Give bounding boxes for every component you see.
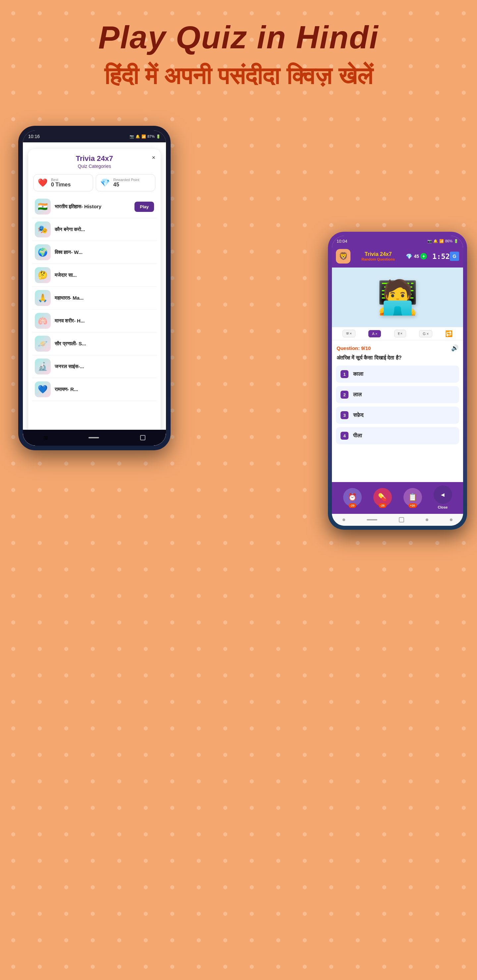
category-list: 🇮🇳 भारतीय इतिहास- History Play 🎭 कौन बने…	[28, 194, 161, 402]
nav-home-line[interactable]	[367, 519, 377, 520]
question-number: Question: 9/10	[337, 345, 371, 351]
app-header: 🦁 Trivia 24x7 Random Questions 💎 45 + 1:…	[332, 246, 463, 267]
rewarded-label: Rewarded Point	[113, 178, 139, 182]
skip-badge: -25	[379, 503, 386, 508]
play-button-history[interactable]: Play	[134, 202, 154, 212]
list-item: 🤔 मजेदार सा...	[32, 264, 157, 287]
question-header: Question: 9/10 🔊	[337, 344, 458, 352]
clock-badge: -20	[348, 503, 356, 508]
answer-num-3: 3	[341, 411, 348, 419]
list-item: 🇮🇳 भारतीय इतिहास- History Play	[32, 195, 157, 218]
tool-close[interactable]: ◀ Close	[434, 485, 452, 509]
timer-display: 1:52	[432, 252, 450, 261]
list-item: 🫁 मानव शरीर- H...	[32, 310, 157, 332]
category-icon-world: 🌍	[35, 244, 51, 260]
app-logo: 🦁	[336, 249, 351, 264]
category-icon-fun: 🤔	[35, 267, 51, 283]
answer-option-3[interactable]: 3 सफ़ेद	[336, 407, 459, 424]
phones-container: 10:16 📷 🔔 📶 87% 🔋 Trivia 24x7 Quiz Categ…	[0, 126, 477, 953]
front-phone-nav	[332, 514, 463, 526]
points-number: 45	[414, 254, 419, 259]
category-name-ramayan: रामायण- R...	[55, 387, 154, 392]
nav-menu-icon[interactable]: ⊞	[43, 435, 48, 441]
tool-skip[interactable]: 💊 -25	[373, 488, 392, 507]
answer-option-1[interactable]: 1 काला	[336, 366, 459, 383]
modal-title: Trivia 24x7	[34, 154, 155, 163]
category-icon-history: 🇮🇳	[35, 199, 51, 215]
back-phone-content: Trivia 24x7 Quiz Categories × ❤️ Best 0 …	[23, 142, 166, 445]
close-label: Close	[438, 505, 448, 509]
nav-back-dot[interactable]	[426, 519, 428, 521]
clock-circle: ⏰ -20	[343, 488, 362, 507]
front-status-icons: 📷 🔔 📶 86% 🔋	[427, 239, 458, 243]
gem-icon: 💎	[406, 253, 412, 259]
ads-circle: 📋 +20	[404, 488, 422, 507]
heart-icon: ❤️	[38, 178, 48, 188]
question-area: Question: 9/10 🔊 अंतरिक्ष में सूर्य कैसा…	[332, 340, 463, 366]
category-name-body: मानव शरीर- H...	[55, 318, 154, 324]
header-title-hi: हिंदी में अपनी पसंदीदा क्विज़ खेलें	[0, 62, 477, 90]
google-icon: G	[450, 251, 459, 261]
back-phone-time: 10:16	[28, 134, 40, 139]
nav-menu-dot[interactable]	[343, 519, 345, 521]
back-phone-statusbar: 10:16 📷 🔔 📶 87% 🔋	[23, 130, 166, 142]
answer-text-1: काला	[353, 371, 364, 377]
trans-btn-hindi[interactable]: क ×	[343, 330, 356, 337]
back-phone-battery: 87%	[147, 134, 155, 138]
trans-btn-english[interactable]: A ×	[369, 330, 381, 337]
category-name-kbc: कौन बनेगा करो...	[55, 226, 154, 232]
audio-icon[interactable]: 🔁	[445, 330, 453, 337]
category-icon-ramayan: 💙	[35, 382, 51, 397]
header-title-en: Play Quiz in Hindi	[0, 20, 477, 55]
back-phone-nav: ⊞	[23, 430, 166, 445]
skip-circle: 💊 -25	[373, 488, 392, 507]
nav-recents-square[interactable]	[399, 517, 404, 522]
answer-option-4[interactable]: 4 पीला	[336, 427, 459, 444]
modal-close-icon[interactable]: ×	[152, 154, 155, 161]
front-phone-inner: 10:04 📷 🔔 📶 86% 🔋 🦁 Trivia 24x7 Random Q…	[332, 236, 463, 526]
bottom-toolbar: ⏰ -20 💊 -25 📋 +20	[332, 482, 463, 514]
list-item: 🎭 कौन बनेगा करो...	[32, 218, 157, 241]
back-phone-inner: 10:16 📷 🔔 📶 87% 🔋 Trivia 24x7 Quiz Categ…	[23, 130, 166, 445]
question-text: अंतरिक्ष में सूर्य कैसा दिखाई देता है?	[337, 354, 458, 361]
category-icon-mahabharat: 🙏	[35, 290, 51, 306]
answer-option-2[interactable]: 2 लाल	[336, 386, 459, 403]
trans-btn-google[interactable]: G ×	[419, 330, 432, 337]
answer-text-3: सफ़ेद	[353, 412, 364, 418]
front-phone: 10:04 📷 🔔 📶 86% 🔋 🦁 Trivia 24x7 Random Q…	[328, 232, 467, 530]
stat-rewarded: 💎 Rewarded Point 45	[96, 174, 155, 191]
best-value: 0 Times	[51, 182, 70, 188]
trans-btn-hindi2[interactable]: ह ×	[394, 330, 406, 337]
stat-best: ❤️ Best 0 Times	[34, 174, 93, 191]
category-icon-body: 🫁	[35, 313, 51, 329]
back-phone: 10:16 📷 🔔 📶 87% 🔋 Trivia 24x7 Quiz Categ…	[18, 126, 171, 450]
tool-clock[interactable]: ⏰ -20	[343, 488, 362, 507]
app-mode: Random Questions	[351, 257, 406, 261]
nav-recents-square[interactable]	[140, 435, 145, 440]
nav-home-line[interactable]	[88, 437, 99, 438]
nav-extra-dot[interactable]	[450, 519, 453, 521]
answer-num-4: 4	[341, 432, 348, 440]
answer-text-4: पीला	[353, 433, 362, 439]
front-phone-statusbar: 10:04 📷 🔔 📶 86% 🔋	[332, 236, 463, 246]
translation-bar: क × A × ह × G × 🔁	[332, 327, 463, 340]
tool-ads[interactable]: 📋 +20	[404, 488, 422, 507]
category-name-mahabharat: महाभारत- Ma...	[55, 295, 154, 301]
rewarded-value: 45	[113, 182, 139, 188]
modal-subtitle: Quiz Categories	[34, 164, 155, 169]
category-icon-kbc: 🎭	[35, 221, 51, 237]
list-item: 🔬 जनरल साइंस-...	[32, 355, 157, 378]
category-icon-solar: 🪐	[35, 336, 51, 352]
list-item: 🪐 सौर प्रणाली- S...	[32, 332, 157, 355]
header-section: Play Quiz in Hindi हिंदी में अपनी पसंदीद…	[0, 0, 477, 90]
add-points-button[interactable]: +	[420, 253, 427, 259]
sound-icon[interactable]: 🔊	[451, 344, 458, 352]
app-points: 💎 45 +	[406, 253, 427, 259]
ads-badge: +20	[408, 503, 417, 508]
category-name-science: जनरल साइंस-...	[55, 364, 154, 369]
best-label: Best	[51, 178, 70, 182]
front-phone-battery: 86%	[445, 239, 453, 243]
category-name-fun: मजेदार सा...	[55, 272, 154, 278]
close-circle: ◀	[434, 485, 452, 504]
front-phone-time: 10:04	[337, 239, 348, 244]
